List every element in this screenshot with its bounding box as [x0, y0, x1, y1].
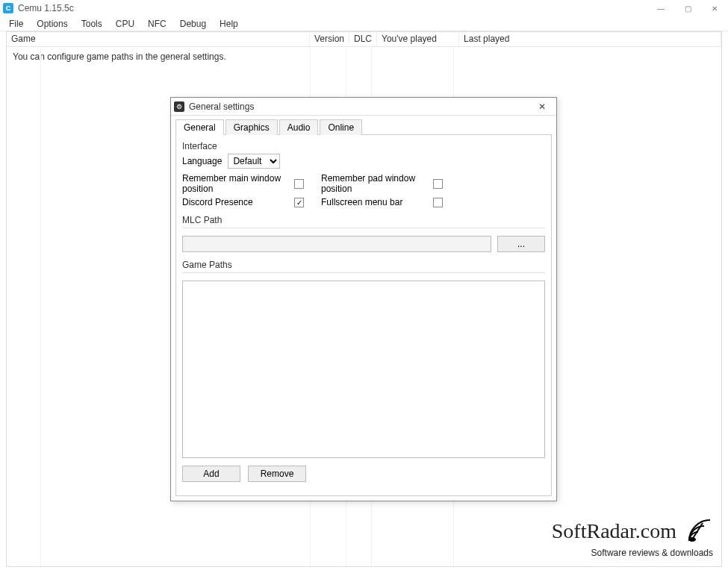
col-version[interactable]: Version: [310, 32, 349, 46]
radar-icon: [686, 517, 713, 549]
menu-debug[interactable]: Debug: [174, 17, 212, 31]
general-settings-dialog: ⚙ General settings ✕ General Graphics Au…: [170, 97, 557, 501]
fullscreen-menu-label: Fullscreen menu bar: [321, 197, 433, 207]
remember-pad-label: Remember pad window position: [321, 173, 433, 194]
mlc-browse-button[interactable]: ...: [497, 236, 545, 252]
remember-main-checkbox[interactable]: [294, 179, 304, 189]
menu-file[interactable]: File: [3, 17, 29, 31]
remember-main-label: Remember main window position: [182, 173, 294, 194]
mlc-group: ...: [182, 228, 545, 252]
app-title: Cemu 1.15.5c: [18, 3, 74, 13]
gear-icon: ⚙: [174, 101, 184, 112]
menu-tools[interactable]: Tools: [75, 17, 108, 31]
menu-nfc[interactable]: NFC: [142, 17, 172, 31]
tab-general[interactable]: General: [175, 119, 224, 135]
tabs: General Graphics Audio Online: [171, 116, 556, 134]
app-icon: C: [3, 3, 13, 13]
language-label: Language: [182, 156, 222, 166]
grid-hint: You can configure game paths in the gene…: [7, 47, 721, 66]
gamepaths-legend: Game Paths: [182, 260, 545, 270]
watermark: SoftRadar.com Software reviews & downloa…: [552, 517, 713, 558]
remove-button[interactable]: Remove: [248, 466, 306, 482]
interface-group: Language Default Remember main window po…: [182, 154, 545, 207]
menu-cpu[interactable]: CPU: [110, 17, 140, 31]
remember-pad-checkbox[interactable]: [433, 179, 443, 189]
dialog-title: General settings: [189, 101, 254, 112]
tab-audio[interactable]: Audio: [279, 119, 319, 135]
mlc-legend: MLC Path: [182, 215, 545, 225]
titlebar: C Cemu 1.15.5c — ▢ ✕: [0, 0, 728, 16]
minimize-button[interactable]: —: [647, 0, 674, 16]
col-dlc[interactable]: DLC: [349, 32, 377, 46]
tab-graphics[interactable]: Graphics: [225, 119, 278, 135]
gamepaths-group: Add Remove: [182, 272, 545, 482]
maximize-button[interactable]: ▢: [674, 0, 701, 16]
mlc-path-input[interactable]: [182, 236, 491, 252]
grid-header: Game Version DLC You've played Last play…: [7, 32, 721, 47]
dialog-close-button[interactable]: ✕: [531, 99, 553, 114]
discord-label: Discord Presence: [182, 197, 294, 207]
col-played[interactable]: You've played: [377, 32, 459, 46]
add-button[interactable]: Add: [182, 466, 240, 482]
tab-online[interactable]: Online: [320, 119, 362, 135]
window-controls: — ▢ ✕: [647, 0, 728, 16]
gamepaths-list[interactable]: [182, 281, 545, 458]
discord-checkbox[interactable]: ✓: [294, 198, 304, 207]
watermark-brand: SoftRadar.com: [552, 519, 676, 542]
menu-help[interactable]: Help: [214, 17, 244, 31]
tab-panel-general: Interface Language Default Remember main…: [175, 134, 552, 496]
menubar: File Options Tools CPU NFC Debug Help: [0, 16, 728, 31]
dialog-titlebar: ⚙ General settings ✕: [171, 98, 556, 116]
language-select[interactable]: Default: [228, 154, 280, 169]
interface-legend: Interface: [182, 141, 545, 151]
close-button[interactable]: ✕: [701, 0, 728, 16]
fullscreen-menu-checkbox[interactable]: [433, 198, 443, 207]
col-last[interactable]: Last played: [459, 32, 721, 46]
watermark-tagline: Software reviews & downloads: [552, 548, 713, 558]
menu-options[interactable]: Options: [31, 17, 73, 31]
col-game[interactable]: Game: [7, 32, 310, 46]
